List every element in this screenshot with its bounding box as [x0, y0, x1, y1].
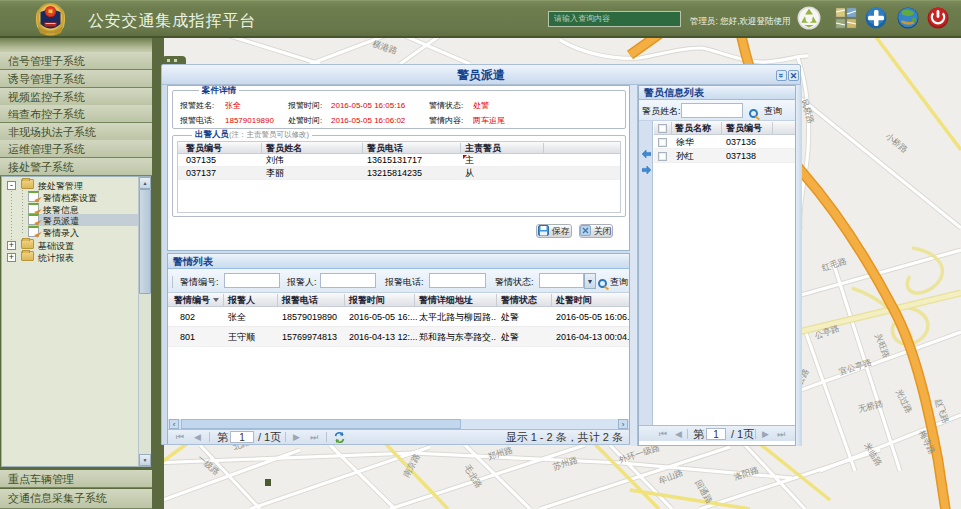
svg-text:赵飞路: 赵飞路 [933, 397, 951, 424]
svg-text:小桥路: 小桥路 [884, 131, 910, 155]
svg-text:光过路: 光过路 [894, 387, 914, 414]
svg-text:洛阳路: 洛阳路 [733, 465, 760, 482]
svg-text:兴旺路: 兴旺路 [873, 332, 892, 359]
svg-text:横港路: 横港路 [370, 38, 398, 56]
